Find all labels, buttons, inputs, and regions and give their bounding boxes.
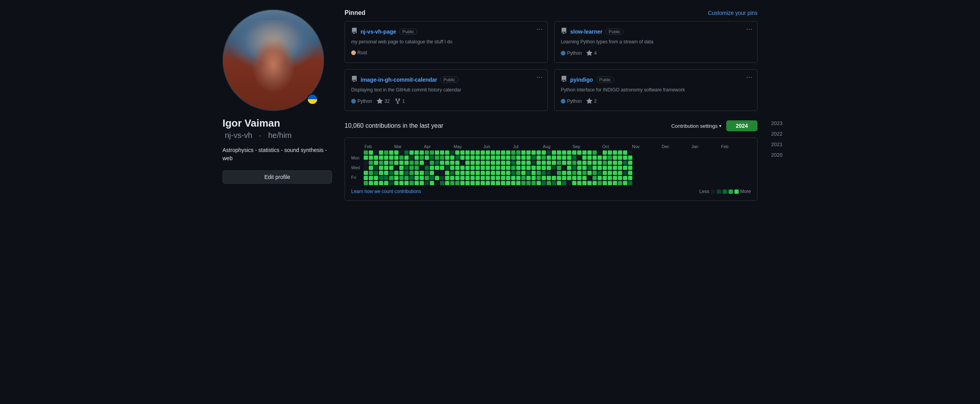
contribution-cell[interactable] (470, 171, 475, 175)
contribution-cell[interactable] (557, 181, 561, 185)
contribution-cell[interactable] (455, 161, 459, 165)
contribution-cell[interactable] (547, 156, 551, 160)
contribution-cell[interactable] (369, 150, 373, 155)
contribution-cell[interactable] (445, 171, 449, 175)
contribution-cell[interactable] (526, 181, 531, 185)
contribution-cell[interactable] (562, 171, 566, 175)
contribution-cell[interactable] (628, 150, 632, 155)
contribution-cell[interactable] (496, 181, 500, 185)
contribution-cell[interactable] (531, 176, 536, 180)
contribution-cell[interactable] (399, 171, 404, 175)
contribution-cell[interactable] (608, 181, 612, 185)
contribution-cell[interactable] (587, 156, 592, 160)
contribution-cell[interactable] (379, 176, 383, 180)
contribution-cell[interactable] (572, 181, 576, 185)
contribution-cell[interactable] (465, 181, 470, 185)
contribution-cell[interactable] (476, 156, 480, 160)
contribution-cell[interactable] (404, 171, 409, 175)
contribution-cell[interactable] (537, 181, 541, 185)
contribution-cell[interactable] (506, 150, 510, 155)
contribution-cell[interactable] (623, 171, 627, 175)
contribution-cell[interactable] (542, 156, 546, 160)
contribution-cell[interactable] (389, 161, 393, 165)
contribution-cell[interactable] (592, 181, 597, 185)
contribution-cell[interactable] (613, 171, 617, 175)
contribution-cell[interactable] (552, 161, 556, 165)
contribution-cell[interactable] (598, 166, 602, 170)
contribution-cell[interactable] (608, 176, 612, 180)
contribution-cell[interactable] (582, 150, 587, 155)
contribution-cell[interactable] (415, 161, 419, 165)
contribution-cell[interactable] (476, 161, 480, 165)
contribution-cell[interactable] (404, 181, 409, 185)
contribution-cell[interactable] (455, 181, 459, 185)
contribution-cell[interactable] (450, 161, 454, 165)
contribution-cell[interactable] (506, 171, 510, 175)
contribution-cell[interactable] (440, 166, 444, 170)
contribution-cell[interactable] (445, 181, 449, 185)
contribution-cell[interactable] (608, 156, 612, 160)
contribution-cell[interactable] (587, 150, 592, 155)
contribution-cell[interactable] (430, 171, 434, 175)
contribution-cell[interactable] (547, 150, 551, 155)
contribution-cell[interactable] (587, 166, 592, 170)
contribution-cell[interactable] (511, 166, 515, 170)
contribution-cell[interactable] (587, 176, 592, 180)
contribution-cell[interactable] (369, 176, 373, 180)
contribution-cell[interactable] (531, 166, 536, 170)
contribution-cell[interactable] (511, 156, 515, 160)
contribution-cell[interactable] (430, 156, 434, 160)
contribution-cell[interactable] (511, 181, 515, 185)
contribution-cell[interactable] (628, 171, 632, 175)
contribution-cell[interactable] (425, 181, 429, 185)
contribution-cell[interactable] (603, 166, 607, 170)
contribution-cell[interactable] (598, 156, 602, 160)
contribution-cell[interactable] (531, 181, 536, 185)
contribution-cell[interactable] (425, 171, 429, 175)
contribution-cell[interactable] (425, 161, 429, 165)
contribution-cell[interactable] (399, 156, 404, 160)
contribution-cell[interactable] (516, 156, 521, 160)
contribution-cell[interactable] (465, 156, 470, 160)
contribution-cell[interactable] (440, 161, 444, 165)
current-year-button[interactable]: 2024 (726, 120, 757, 131)
contribution-cell[interactable] (379, 181, 383, 185)
contribution-cell[interactable] (470, 161, 475, 165)
contribution-cell[interactable] (603, 161, 607, 165)
contribution-cell[interactable] (430, 161, 434, 165)
contribution-cell[interactable] (415, 166, 419, 170)
contribution-cell[interactable] (598, 181, 602, 185)
contribution-cell[interactable] (501, 181, 505, 185)
contribution-cell[interactable] (364, 161, 368, 165)
contribution-cell[interactable] (567, 150, 571, 155)
contribution-cell[interactable] (389, 181, 393, 185)
contribution-cell[interactable] (476, 150, 480, 155)
contribution-cell[interactable] (440, 150, 444, 155)
contribution-cell[interactable] (577, 150, 582, 155)
contribution-cell[interactable] (415, 171, 419, 175)
contribution-cell[interactable] (445, 156, 449, 160)
contribution-cell[interactable] (470, 150, 475, 155)
year-2020[interactable]: 2020 (771, 152, 783, 158)
contribution-cell[interactable] (399, 181, 404, 185)
contribution-cell[interactable] (567, 181, 571, 185)
contribution-cell[interactable] (435, 150, 439, 155)
contribution-cell[interactable] (567, 176, 571, 180)
contribution-cell[interactable] (394, 150, 398, 155)
contribution-cell[interactable] (547, 176, 551, 180)
customize-pins-link[interactable]: Customize your pins (708, 10, 757, 16)
contribution-cell[interactable] (384, 161, 388, 165)
contribution-cell[interactable] (572, 176, 576, 180)
contribution-cell[interactable] (374, 150, 378, 155)
contribution-cell[interactable] (577, 176, 582, 180)
contribution-cell[interactable] (460, 166, 465, 170)
contribution-cell[interactable] (516, 181, 521, 185)
contribution-cell[interactable] (476, 181, 480, 185)
contribution-cell[interactable] (435, 156, 439, 160)
contribution-cell[interactable] (562, 181, 566, 185)
repo-name-2[interactable]: slow-learner (570, 29, 602, 35)
contribution-cell[interactable] (618, 161, 622, 165)
contribution-cell[interactable] (506, 166, 510, 170)
contribution-cell[interactable] (552, 166, 556, 170)
contribution-cell[interactable] (379, 150, 383, 155)
